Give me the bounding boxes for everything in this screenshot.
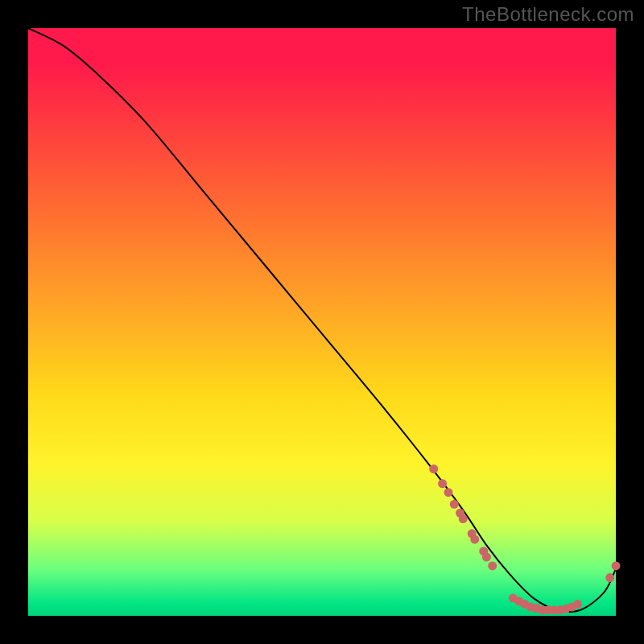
watermark-text: TheBottleneck.com: [462, 3, 634, 26]
data-point: [612, 561, 621, 570]
data-point: [482, 553, 491, 562]
plot-area: [28, 28, 616, 616]
data-point: [470, 535, 479, 544]
data-markers: [429, 464, 620, 614]
chart-frame: TheBottleneck.com: [0, 0, 644, 644]
data-point: [605, 573, 614, 582]
data-point: [438, 479, 447, 488]
data-point: [459, 514, 468, 523]
data-point: [429, 464, 438, 473]
data-point: [450, 500, 459, 509]
data-point: [573, 600, 582, 609]
data-point: [444, 488, 452, 497]
data-point: [488, 561, 497, 570]
chart-svg: [28, 28, 616, 616]
bottleneck-curve: [28, 28, 616, 612]
